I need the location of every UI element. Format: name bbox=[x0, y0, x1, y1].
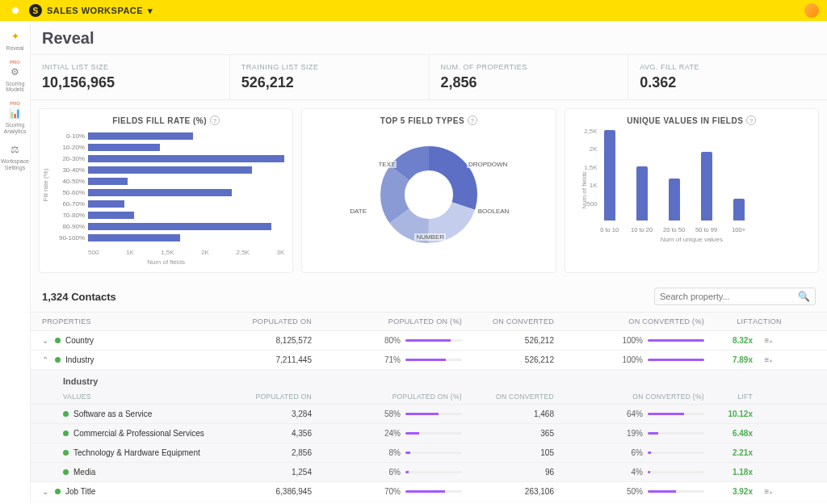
hbar-row: 40-50% bbox=[88, 175, 284, 187]
vbar-category: 0 to 10 bbox=[594, 226, 626, 233]
sidebar-label: Workspace Settings bbox=[0, 158, 31, 170]
property-name: Country bbox=[65, 336, 94, 345]
on-converted: 526,212 bbox=[462, 355, 567, 364]
detail-row[interactable]: Commercial & Professional Services4,3562… bbox=[31, 423, 827, 443]
detail-column-header: LIFT bbox=[704, 393, 753, 401]
chevron-down-icon: ▾ bbox=[148, 6, 153, 16]
workspace-name: SALES WORKSPACE bbox=[47, 6, 143, 15]
vbar-bar bbox=[733, 199, 745, 220]
x-tick: 2,5K bbox=[236, 249, 249, 256]
sidebar-icon: ⚙ bbox=[8, 65, 23, 79]
pct-cell: 58% bbox=[325, 410, 462, 418]
charts-row: FIELDS FILL RATE (%)? Fill rate (%) 0-10… bbox=[31, 100, 827, 281]
workspace-switcher[interactable]: S SALES WORKSPACE ▾ bbox=[29, 4, 153, 17]
detail-row[interactable]: Technology & Hardware Equipment2,8568%10… bbox=[31, 443, 827, 462]
hbar-bar bbox=[88, 155, 284, 162]
populated-on: 6,386,945 bbox=[220, 487, 325, 496]
vbar: 100+ bbox=[730, 199, 748, 220]
x-axis-label: Num of fields bbox=[48, 258, 284, 266]
column-header: ON CONVERTED bbox=[462, 317, 567, 326]
populated-on: 8,125,572 bbox=[220, 336, 325, 345]
y-axis-label: Fill rate (%) bbox=[42, 169, 49, 202]
hbar-row: 50-60% bbox=[88, 187, 284, 198]
row-action-icon[interactable]: ≡₊ bbox=[753, 355, 785, 364]
sidebar-item-scoring-models[interactable]: PRO⚙Scoring Models bbox=[0, 57, 31, 96]
column-header: POPULATED ON bbox=[220, 317, 325, 326]
table-row[interactable]: ⌃Industry7,211,44571%526,212100%7.89x≡₊ bbox=[31, 350, 827, 369]
status-dot-icon bbox=[63, 411, 69, 417]
detail-column-header: POPULATED ON (%) bbox=[325, 393, 462, 401]
value-name: Commercial & Professional Services bbox=[73, 429, 204, 438]
donut-label: DATE bbox=[348, 208, 368, 215]
hbar-bar bbox=[88, 166, 252, 174]
vbar-bar bbox=[669, 178, 680, 220]
sidebar-icon: 📊 bbox=[8, 106, 23, 120]
column-header: LIFT bbox=[704, 317, 753, 326]
hbar-category: 60-70% bbox=[48, 200, 85, 208]
pct-cell: 71% bbox=[325, 355, 462, 364]
vbar-category: 10 to 20 bbox=[626, 226, 658, 233]
search-property[interactable]: 🔍 bbox=[654, 288, 816, 305]
pct-cell: 6% bbox=[325, 468, 462, 477]
sidebar-item-scoring-analytics[interactable]: PRO📊Scoring Analytics bbox=[0, 98, 31, 137]
row-action-icon[interactable]: ≡₊ bbox=[753, 487, 785, 496]
status-dot-icon bbox=[55, 357, 61, 363]
expand-icon[interactable]: ⌄ bbox=[42, 336, 50, 345]
stat-value: 2,856 bbox=[441, 74, 617, 91]
help-icon[interactable]: ? bbox=[746, 116, 756, 125]
sidebar-icon: ⚖ bbox=[8, 142, 23, 157]
row-action-icon[interactable]: ≡₊ bbox=[753, 336, 785, 345]
value-name: Software as a Service bbox=[73, 410, 152, 418]
expand-icon[interactable]: ⌄ bbox=[42, 487, 50, 496]
hbar-row: 90-100% bbox=[88, 232, 284, 243]
hbar-bar bbox=[88, 234, 180, 242]
chart-field-types: TOP 5 FIELD TYPES? TEXTDROPDOWNBOOLEANNU… bbox=[301, 108, 556, 273]
hbar-row: 80-90% bbox=[88, 220, 284, 232]
lift-value: 1.18x bbox=[704, 468, 753, 477]
sidebar-item-workspace-settings[interactable]: ⚖Workspace Settings bbox=[0, 139, 31, 174]
hbar-category: 50-60% bbox=[48, 189, 85, 196]
hbar-bar bbox=[88, 223, 271, 230]
hbar-row: 0-10% bbox=[88, 130, 284, 141]
chart-title: TOP 5 FIELD TYPES bbox=[380, 116, 464, 125]
detail-head-row: VALUESPOPULATED ONPOPULATED ON (%)ON CON… bbox=[31, 389, 827, 404]
detail-row[interactable]: Media1,2546%964%1.18x bbox=[31, 462, 827, 481]
hbar-row: 60-70% bbox=[88, 198, 284, 209]
help-icon[interactable]: ? bbox=[468, 116, 477, 125]
stat-value: 0.362 bbox=[640, 74, 816, 91]
lift-value: 2.21x bbox=[704, 448, 753, 457]
pct-cell: 100% bbox=[567, 336, 704, 345]
sidebar-icon: ✦ bbox=[8, 29, 23, 44]
hbar-row: 10-20% bbox=[88, 141, 284, 153]
pct-cell: 64% bbox=[567, 410, 704, 418]
sidebar-item-reveal[interactable]: ✦Reveal bbox=[0, 26, 31, 55]
donut-label: TEXT bbox=[376, 161, 396, 168]
status-dot-icon bbox=[55, 489, 61, 494]
hbar-bar bbox=[88, 132, 193, 140]
help-icon[interactable]: ? bbox=[210, 116, 220, 125]
search-input[interactable] bbox=[660, 292, 798, 301]
column-header: ON CONVERTED (%) bbox=[567, 317, 704, 326]
lift-value: 7.89x bbox=[704, 355, 753, 364]
user-avatar[interactable] bbox=[804, 3, 819, 18]
donut-chart: TEXTDROPDOWNBOOLEANNUMBERDATE bbox=[310, 130, 547, 259]
column-header: POPULATED ON (%) bbox=[325, 317, 462, 326]
lift-value: 6.48x bbox=[704, 429, 753, 438]
workspace-avatar-icon: S bbox=[29, 4, 42, 17]
hbar-bar bbox=[88, 200, 124, 208]
expand-icon[interactable]: ⌃ bbox=[42, 355, 50, 364]
contacts-count: 1,324 Contacts bbox=[42, 291, 116, 303]
table-row[interactable]: ⌄Country8,125,57280%526,212100%8.32x≡₊ bbox=[31, 330, 827, 350]
status-dot-icon bbox=[63, 469, 69, 475]
on-converted: 1,468 bbox=[462, 410, 567, 418]
table-row[interactable]: ⌄Job Title6,386,94570%263,10650%3.92x≡₊ bbox=[31, 481, 827, 501]
populated-on: 3,284 bbox=[220, 410, 325, 418]
hbar-bar bbox=[88, 178, 128, 185]
hbar-category: 20-30% bbox=[48, 155, 85, 162]
lift-value: 10.12x bbox=[704, 410, 753, 418]
detail-row[interactable]: Software as a Service3,28458%1,46864%10.… bbox=[31, 404, 827, 423]
vbar: 10 to 20 bbox=[633, 166, 651, 220]
lift-value: 3.92x bbox=[704, 487, 753, 496]
on-converted: 526,212 bbox=[462, 336, 567, 345]
detail-column-header: VALUES bbox=[63, 393, 220, 401]
